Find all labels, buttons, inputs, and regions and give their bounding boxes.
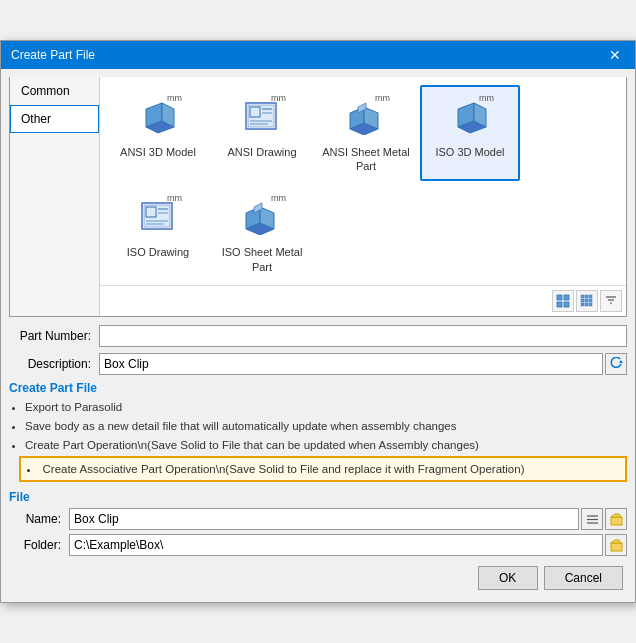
- description-refresh-button[interactable]: [605, 353, 627, 375]
- template-toolbar: [100, 285, 626, 316]
- ansi-sheet-metal-icon: mm: [342, 93, 390, 141]
- file-folder-group: [69, 534, 627, 556]
- title-bar: Create Part File ✕: [1, 41, 635, 69]
- svg-rect-28: [557, 295, 562, 300]
- file-folder-browse-button[interactable]: [605, 534, 627, 556]
- svg-rect-40: [589, 303, 592, 306]
- close-button[interactable]: ✕: [605, 47, 625, 63]
- file-folder-label: Folder:: [9, 538, 69, 552]
- file-name-group: [69, 508, 627, 530]
- template-grid-outer: mm ANSI 3D Model: [100, 77, 626, 285]
- description-field-group: [99, 353, 627, 375]
- filter-button[interactable]: [600, 290, 622, 312]
- ansi-drawing-label: ANSI Drawing: [227, 145, 296, 159]
- svg-rect-37: [589, 299, 592, 302]
- option-create-assoc[interactable]: Create Associative Part Operation\n(Save…: [19, 456, 627, 482]
- cancel-button[interactable]: Cancel: [544, 566, 623, 590]
- part-number-input[interactable]: [99, 325, 627, 347]
- svg-marker-49: [611, 514, 621, 517]
- description-label: Description:: [9, 357, 99, 371]
- file-name-browse-button[interactable]: [605, 508, 627, 530]
- template-panel: Common Other mm: [9, 77, 627, 317]
- svg-rect-36: [585, 299, 588, 302]
- ansi-3d-icon: mm: [134, 93, 182, 141]
- option-save-body[interactable]: Save body as a new detail file that will…: [25, 418, 627, 434]
- template-grid: mm ANSI 3D Model: [100, 77, 626, 285]
- sidebar-item-other[interactable]: Other: [10, 105, 99, 133]
- large-icon-button[interactable]: [552, 290, 574, 312]
- svg-rect-48: [611, 517, 622, 525]
- ansi-drawing-icon: mm: [238, 93, 286, 141]
- dialog-body: Common Other mm: [1, 69, 635, 602]
- svg-rect-33: [585, 295, 588, 298]
- file-name-label: Name:: [9, 512, 69, 526]
- iso-drawing-icon: mm: [134, 193, 182, 241]
- iso-sheet-metal-icon: mm: [238, 193, 286, 241]
- svg-rect-31: [564, 302, 569, 307]
- iso-3d-label: ISO 3D Model: [435, 145, 504, 159]
- create-options-list: Export to Parasolid Save body as a new d…: [25, 399, 627, 482]
- file-name-list-button[interactable]: [581, 508, 603, 530]
- template-iso-3d[interactable]: mm ISO 3D Model: [420, 85, 520, 182]
- ansi-sheet-metal-label: ANSI Sheet Metal Part: [322, 145, 410, 174]
- svg-rect-34: [589, 295, 592, 298]
- svg-rect-50: [611, 543, 622, 551]
- dialog-footer: OK Cancel: [9, 560, 627, 594]
- svg-marker-51: [611, 540, 621, 543]
- template-iso-sheet-metal[interactable]: mm ISO Sheet Metal Part: [212, 185, 312, 282]
- svg-marker-44: [619, 360, 623, 363]
- file-folder-row: Folder:: [9, 534, 627, 556]
- ansi-3d-label: ANSI 3D Model: [120, 145, 196, 159]
- create-section-title: Create Part File: [9, 381, 627, 395]
- template-ansi-drawing[interactable]: mm A: [212, 85, 312, 182]
- svg-rect-39: [585, 303, 588, 306]
- file-folder-input[interactable]: [69, 534, 603, 556]
- template-ansi-3d[interactable]: mm ANSI 3D Model: [108, 85, 208, 182]
- svg-rect-32: [581, 295, 584, 298]
- template-panel-inner: mm ANSI 3D Model: [100, 77, 626, 316]
- iso-3d-icon: mm: [446, 93, 494, 141]
- iso-drawing-label: ISO Drawing: [127, 245, 189, 259]
- svg-rect-29: [564, 295, 569, 300]
- sidebar-item-common[interactable]: Common: [10, 77, 99, 105]
- dialog-title: Create Part File: [11, 48, 95, 62]
- option-export[interactable]: Export to Parasolid: [25, 399, 627, 415]
- create-part-file-dialog: Create Part File ✕ Common Other: [0, 40, 636, 603]
- svg-rect-30: [557, 302, 562, 307]
- part-number-label: Part Number:: [9, 329, 99, 343]
- description-row: Description:: [9, 353, 627, 375]
- file-name-row: Name:: [9, 508, 627, 530]
- part-number-row: Part Number:: [9, 325, 627, 347]
- template-iso-drawing[interactable]: mm I: [108, 185, 208, 282]
- svg-rect-35: [581, 299, 584, 302]
- option-create-part-op[interactable]: Create Part Operation\n(Save Solid to Fi…: [25, 437, 627, 453]
- template-ansi-sheet-metal[interactable]: mm ANSI Sheet Metal Part: [316, 85, 416, 182]
- iso-sheet-metal-label: ISO Sheet Metal Part: [218, 245, 306, 274]
- ok-button[interactable]: OK: [478, 566, 538, 590]
- small-icon-button[interactable]: [576, 290, 598, 312]
- file-name-input[interactable]: [69, 508, 579, 530]
- sidebar: Common Other: [10, 77, 100, 316]
- svg-rect-38: [581, 303, 584, 306]
- description-input[interactable]: [99, 353, 603, 375]
- file-section-title: File: [9, 490, 627, 504]
